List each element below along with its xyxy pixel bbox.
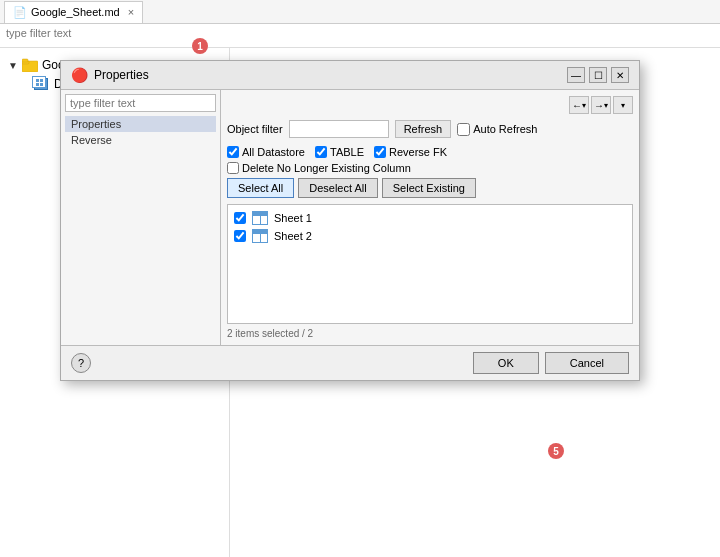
footer-buttons: OK Cancel bbox=[473, 352, 629, 374]
props-filter-input[interactable] bbox=[65, 94, 216, 112]
tab-close-btn[interactable]: × bbox=[128, 6, 134, 18]
check-all-datastore: All Datastore bbox=[227, 146, 305, 158]
deselect-all-button[interactable]: Deselect All bbox=[298, 178, 377, 198]
props-item-reverse[interactable]: Reverse bbox=[65, 132, 216, 148]
back-icon: ← bbox=[572, 100, 582, 111]
object-filter-label: Object filter bbox=[227, 123, 283, 135]
filter-input[interactable] bbox=[6, 27, 206, 39]
svg-rect-2 bbox=[22, 59, 28, 62]
dialog-title: 🔴 Properties bbox=[71, 67, 149, 83]
dialog-window-controls: — ☐ ✕ bbox=[567, 67, 629, 83]
table-label: TABLE bbox=[330, 146, 364, 158]
tree-chevron: ▼ bbox=[8, 60, 18, 71]
check-reverse-fk: Reverse FK bbox=[374, 146, 447, 158]
checks-row-1: All Datastore TABLE Reverse FK bbox=[227, 146, 633, 158]
dialog-title-icon: 🔴 bbox=[71, 67, 88, 83]
items-status: 2 items selected / 2 bbox=[227, 328, 633, 339]
filter-bar bbox=[0, 24, 720, 48]
google-sheet-icon bbox=[32, 76, 50, 91]
props-item-properties[interactable]: Properties bbox=[65, 116, 216, 132]
all-datastore-label: All Datastore bbox=[242, 146, 305, 158]
sheet1-label: Sheet 1 bbox=[274, 212, 312, 224]
action-buttons: Select All Deselect All Select Existing bbox=[227, 178, 633, 198]
all-datastore-checkbox[interactable] bbox=[227, 146, 239, 158]
items-list[interactable]: Sheet 1 Sheet 2 bbox=[227, 204, 633, 324]
dialog-body: Properties Reverse ←▾ →▾ ▾ Object filter bbox=[61, 90, 639, 345]
table-checkbox[interactable] bbox=[315, 146, 327, 158]
sheet2-label: Sheet 2 bbox=[274, 230, 312, 242]
auto-refresh-row: Auto Refresh bbox=[457, 123, 537, 136]
list-item: Sheet 2 bbox=[232, 227, 628, 245]
dialog-main: ←▾ →▾ ▾ Object filter Refresh Auto Refre… bbox=[221, 90, 639, 345]
forward-icon: → bbox=[594, 100, 604, 111]
dialog-title-label: Properties bbox=[94, 68, 149, 82]
object-filter-row: Object filter Refresh Auto Refresh bbox=[227, 120, 633, 138]
view-dropdown-button[interactable]: ▾ bbox=[613, 96, 633, 114]
properties-dialog: 🔴 Properties — ☐ ✕ Properties Reverse ←▾… bbox=[60, 60, 640, 381]
restore-button[interactable]: ☐ bbox=[589, 67, 607, 83]
tab-bar: 📄 Google_Sheet.md × bbox=[0, 0, 720, 24]
ok-button[interactable]: OK bbox=[473, 352, 539, 374]
dialog-title-bar: 🔴 Properties — ☐ ✕ bbox=[61, 61, 639, 90]
badge-5: 5 bbox=[548, 443, 564, 459]
check-delete-no-longer: Delete No Longer Existing Column bbox=[227, 162, 411, 174]
select-existing-button[interactable]: Select Existing bbox=[382, 178, 476, 198]
dialog-footer: ? OK Cancel bbox=[61, 345, 639, 380]
forward-dropdown-icon[interactable]: ▾ bbox=[604, 101, 608, 110]
reverse-fk-label: Reverse FK bbox=[389, 146, 447, 158]
file-tab-icon: 📄 bbox=[13, 6, 27, 19]
checks-row-2: Delete No Longer Existing Column bbox=[227, 162, 633, 174]
cancel-button[interactable]: Cancel bbox=[545, 352, 629, 374]
object-filter-input[interactable] bbox=[289, 120, 389, 138]
sheet1-checkbox[interactable] bbox=[234, 212, 246, 224]
folder-icon bbox=[22, 58, 38, 72]
reverse-fk-checkbox[interactable] bbox=[374, 146, 386, 158]
file-tab-label: Google_Sheet.md bbox=[31, 6, 120, 18]
list-item: Sheet 1 bbox=[232, 209, 628, 227]
sheet1-table-icon bbox=[252, 211, 268, 225]
dialog-toolbar: ←▾ →▾ ▾ bbox=[227, 96, 633, 114]
sheet2-table-icon bbox=[252, 229, 268, 243]
back-button[interactable]: ←▾ bbox=[569, 96, 589, 114]
select-all-button[interactable]: Select All bbox=[227, 178, 294, 198]
auto-refresh-checkbox[interactable] bbox=[457, 123, 470, 136]
badge-1: 1 bbox=[192, 38, 208, 54]
delete-no-longer-checkbox[interactable] bbox=[227, 162, 239, 174]
view-dropdown-icon: ▾ bbox=[621, 101, 625, 110]
check-table: TABLE bbox=[315, 146, 364, 158]
delete-no-longer-label: Delete No Longer Existing Column bbox=[242, 162, 411, 174]
sheet2-checkbox[interactable] bbox=[234, 230, 246, 242]
help-button[interactable]: ? bbox=[71, 353, 91, 373]
file-tab[interactable]: 📄 Google_Sheet.md × bbox=[4, 1, 143, 23]
refresh-button[interactable]: Refresh bbox=[395, 120, 452, 138]
auto-refresh-label: Auto Refresh bbox=[473, 123, 537, 135]
props-panel: Properties Reverse bbox=[61, 90, 221, 345]
close-button[interactable]: ✕ bbox=[611, 67, 629, 83]
back-dropdown-icon[interactable]: ▾ bbox=[582, 101, 586, 110]
minimize-button[interactable]: — bbox=[567, 67, 585, 83]
forward-button[interactable]: →▾ bbox=[591, 96, 611, 114]
